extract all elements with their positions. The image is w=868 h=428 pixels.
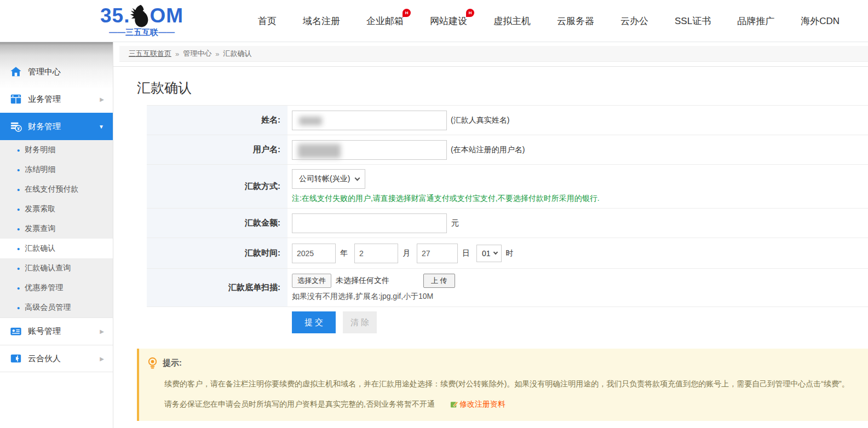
chevron-down-icon — [355, 175, 360, 181]
main-content: 三五互联首页 » 管理中心 » 汇款确认 汇款确认 姓名: (汇款人真实姓名) … — [113, 42, 868, 428]
redacted-name-value — [299, 117, 322, 125]
partner-icon — [10, 352, 22, 365]
grid-icon — [10, 93, 22, 105]
year-input[interactable] — [292, 244, 336, 263]
submenu-item-frozen-detail[interactable]: •冻结明细 — [0, 160, 113, 180]
amount-label: 汇款金额: — [147, 209, 288, 238]
chevron-down-icon — [493, 250, 497, 254]
breadcrumb-separator: » — [215, 50, 219, 58]
bullet-icon: • — [17, 146, 20, 154]
nav-overseas-cdn[interactable]: 海外CDN — [801, 15, 840, 27]
nav-hosting[interactable]: 虚拟主机 — [493, 15, 531, 27]
hedgehog-icon — [129, 4, 150, 28]
lightbulb-icon — [147, 357, 158, 369]
year-unit: 年 — [340, 248, 348, 258]
id-card-icon — [10, 326, 22, 338]
submenu-item-invoice-request[interactable]: •发票索取 — [0, 199, 113, 219]
nav-email[interactable]: 企业邮箱H — [366, 15, 404, 27]
nav-cloud-office[interactable]: 云办公 — [620, 15, 648, 27]
remittance-form: 姓名: (汇款人真实姓名) 用户名: (在本站注册的用户名) — [147, 105, 868, 307]
bullet-icon: • — [17, 264, 20, 273]
sidebar-item-account[interactable]: 账号管理 ▶ — [0, 317, 113, 345]
submenu-item-remittance-confirm[interactable]: •汇款确认 — [0, 239, 113, 258]
submit-button[interactable]: 提 交 — [292, 311, 336, 333]
sidebar-item-management-center[interactable]: 管理中心 — [0, 58, 113, 85]
form-row-scan: 汇款底单扫描: 选择文件 未选择任何文件 上 传 如果没有不用选择,扩展名:jp… — [147, 269, 868, 307]
form-row-name: 姓名: (汇款人真实姓名) — [147, 106, 868, 135]
chevron-right-icon: ▶ — [100, 328, 104, 334]
hour-unit: 时 — [506, 248, 514, 258]
day-unit: 日 — [462, 248, 470, 258]
submenu-item-premium-member[interactable]: •高级会员管理 — [0, 298, 113, 317]
bullet-icon: • — [17, 205, 20, 213]
nav-domain[interactable]: 域名注册 — [303, 15, 340, 27]
home-icon — [10, 66, 22, 78]
bullet-icon: • — [17, 166, 20, 174]
amount-unit: 元 — [451, 218, 459, 228]
bullet-icon: • — [17, 186, 20, 194]
redacted-username-value — [298, 144, 341, 158]
file-status: 未选择任何文件 — [336, 276, 389, 286]
username-label: 用户名: — [147, 135, 288, 164]
amount-input[interactable] — [292, 213, 447, 233]
bullet-icon: • — [17, 225, 20, 233]
chevron-right-icon: ▶ — [100, 356, 104, 362]
breadcrumb-home-link[interactable]: 三五互联首页 — [129, 49, 171, 59]
form-row-method: 汇款方式: 公司转帐(兴业) 注:在线支付失败的用户,请直接选择财富通支付或支付… — [147, 165, 868, 209]
name-hint: (汇款人真实姓名) — [451, 115, 509, 125]
form-actions: 提 交 清 除 — [292, 311, 868, 333]
logo-text-2: OM — [150, 5, 183, 26]
username-hint: (在本站注册的用户名) — [451, 145, 525, 155]
svg-text:¥: ¥ — [17, 126, 20, 131]
sidebar-item-finance[interactable]: ¥ 财务管理 ▼ — [0, 113, 113, 140]
breadcrumb-management-link[interactable]: 管理中心 — [183, 49, 211, 59]
logo[interactable]: 35. OM ——三五互联—— — [100, 4, 183, 38]
sidebar-item-cloud-partner[interactable]: 云合伙人 ▶ — [0, 345, 113, 372]
submenu-item-invoice-query[interactable]: •发票查询 — [0, 219, 113, 239]
choose-file-button[interactable]: 选择文件 — [292, 274, 331, 288]
clear-button[interactable]: 清 除 — [343, 311, 377, 333]
modify-registration-link[interactable]: 修改注册资料 — [459, 400, 505, 408]
sidebar: 管理中心 业务管理 ▶ ¥ 财务管理 ▼ •财务明细 — [0, 42, 113, 428]
payment-method-select[interactable]: 公司转帐(兴业) — [292, 169, 365, 189]
page-title: 汇款确认 — [137, 79, 868, 97]
nav-website[interactable]: 网站建设H — [430, 15, 467, 27]
finance-submenu: •财务明细 •冻结明细 •在线支付预付款 •发票索取 •发票查询 •汇款确认 •… — [0, 140, 113, 317]
submenu-item-online-prepay[interactable]: •在线支付预付款 — [0, 180, 113, 199]
nav-cloud-server[interactable]: 云服务器 — [557, 15, 594, 27]
site-header: 35. OM ——三五互联—— 首页 域名注册 企业邮箱H 网站建设H 虚拟主机… — [0, 0, 868, 42]
bullet-icon: • — [17, 284, 20, 292]
tip-line-2: 请务必保证您在申请会员时所填写的用户资料是真实完整的,否则业务将暂不开通修改注册… — [164, 398, 857, 410]
nav-ssl[interactable]: SSL证书 — [675, 15, 711, 27]
hour-select[interactable]: 01 — [476, 245, 502, 262]
name-label: 姓名: — [147, 106, 288, 135]
breadcrumb-separator: » — [175, 50, 179, 58]
edit-icon — [450, 400, 458, 408]
form-row-username: 用户名: (在本站注册的用户名) — [147, 135, 868, 165]
nav-brand[interactable]: 品牌推广 — [737, 15, 774, 27]
tip-box: 提示: 续费的客户，请在备注栏注明你要续费的虚拟主机和域名，并在汇款用途处选择：… — [137, 349, 868, 421]
sidebar-item-business[interactable]: 业务管理 ▶ — [0, 85, 113, 113]
nav-home[interactable]: 首页 — [258, 15, 277, 27]
submenu-item-finance-detail[interactable]: •财务明细 — [0, 140, 113, 160]
form-row-time: 汇款时间: 年 月 日 01 时 — [147, 238, 868, 269]
form-row-amount: 汇款金额: 元 — [147, 209, 868, 238]
method-label: 汇款方式: — [147, 165, 288, 208]
submenu-item-coupon[interactable]: •优惠券管理 — [0, 278, 113, 298]
method-note: 注:在线支付失败的用户,请直接选择财富通支付或支付宝支付,不要选择付款时所采用的… — [292, 194, 600, 204]
tip-line-1: 续费的客户，请在备注栏注明你要续费的虚拟主机和域名，并在汇款用途处选择：续费(对… — [164, 378, 857, 390]
scan-note: 如果没有不用选择,扩展名:jpg,gif,小于10M — [292, 292, 433, 302]
breadcrumb-current: 汇款确认 — [223, 49, 251, 59]
hot-badge-icon: H — [403, 9, 411, 17]
time-label: 汇款时间: — [147, 238, 288, 268]
bullet-icon: • — [17, 245, 20, 253]
chevron-right-icon: ▶ — [100, 96, 104, 102]
bullet-icon: • — [17, 304, 20, 312]
upload-button[interactable]: 上 传 — [423, 274, 455, 288]
finance-icon: ¥ — [10, 120, 22, 132]
submenu-item-remittance-confirm-query[interactable]: •汇款确认查询 — [0, 258, 113, 278]
logo-subtitle: ——三五互联—— — [100, 27, 183, 38]
month-input[interactable] — [354, 244, 398, 263]
month-unit: 月 — [403, 248, 410, 258]
day-input[interactable] — [417, 244, 458, 263]
